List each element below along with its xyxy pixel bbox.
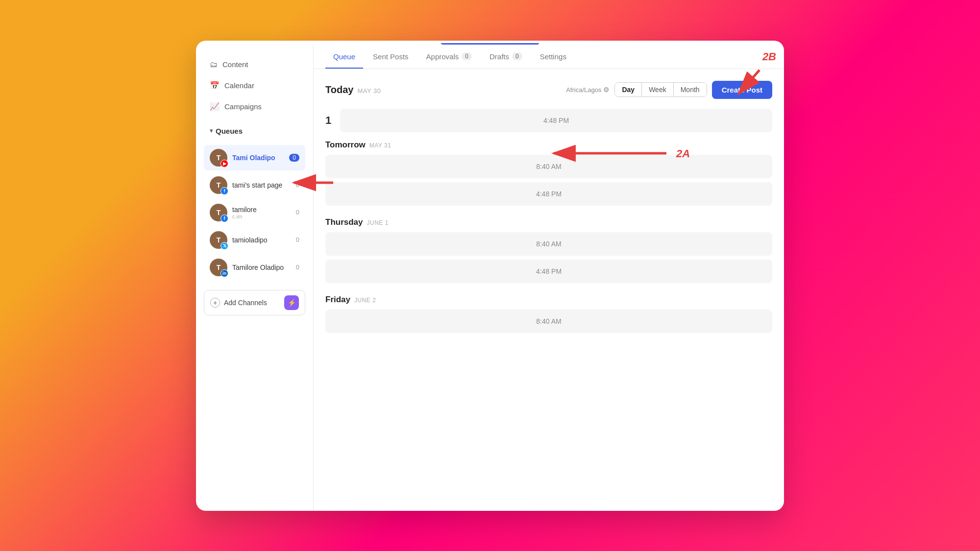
friday-label: Friday (325, 295, 350, 305)
sidebar-item-content[interactable]: 🗂 Content (204, 56, 305, 73)
tab-settings[interactable]: Settings (532, 45, 574, 69)
queue-item-sub-tamilore: c.im (232, 214, 287, 219)
calendar-icon: 📅 (210, 81, 220, 90)
drafts-badge: 0 (512, 52, 522, 60)
today-label: Today (325, 84, 353, 96)
tab-approvals[interactable]: Approvals 0 (418, 45, 480, 69)
tab-approvals-label: Approvals (426, 52, 459, 61)
tomorrow-header: Tomorrow MAY 31 (325, 140, 772, 150)
sidebar: 🗂 Content 📅 Calendar 📈 Campaigns ▾ Queue… (196, 45, 314, 511)
tabs-bar: Queue Sent Posts Approvals 0 Drafts 0 Se… (314, 45, 784, 69)
queue-item-tamilore[interactable]: T f tamilore c.im 0 (204, 200, 305, 225)
campaigns-icon: 📈 (210, 102, 220, 111)
tab-sent-posts[interactable]: Sent Posts (365, 45, 416, 69)
thursday-slot-1[interactable]: 8:40 AM (325, 232, 772, 256)
tab-settings-label: Settings (540, 52, 566, 61)
main-content: Queue Sent Posts Approvals 0 Drafts 0 Se… (314, 45, 784, 511)
queue-count-tamioladipo: 0 (292, 236, 299, 243)
friday-slot-1[interactable]: 8:40 AM (325, 310, 772, 333)
queue-count-start-page: 0 (292, 181, 299, 189)
tomorrow-slot-2[interactable]: 4:48 PM (325, 182, 772, 206)
day-section-tomorrow: Tomorrow MAY 31 8:40 AM 4:48 PM (325, 140, 772, 206)
queue-header: Today MAY 30 Africa/Lagos ⚙ Day Week Mon… (325, 81, 772, 99)
day-section-friday: Friday JUNE 2 8:40 AM (325, 295, 772, 333)
sidebar-item-calendar-label: Calendar (224, 81, 254, 90)
queue-item-tami-oladipo[interactable]: T ▶ Tami Oladipo 0 (204, 145, 305, 170)
tab-queue-label: Queue (333, 52, 355, 61)
thursday-header: Thursday JUNE 1 (325, 217, 772, 227)
thursday-date: JUNE 1 (367, 219, 389, 226)
today-date: MAY 30 (357, 87, 381, 95)
today-date-label: Today MAY 30 (325, 84, 381, 96)
queue-item-tamioladipo[interactable]: T 𝕏 tamioladipo 0 (204, 227, 305, 253)
annotation-2b: 2B (762, 50, 776, 63)
tab-drafts-label: Drafts (490, 52, 509, 61)
friday-header: Friday JUNE 2 (325, 295, 772, 305)
sidebar-item-campaigns-label: Campaigns (224, 102, 262, 111)
queue-item-tamilore-oladipo[interactable]: T in Tamilore Oladipo 0 (204, 255, 305, 280)
queue-count-tami: 0 (289, 154, 299, 162)
app-window: 🗂 Content 📅 Calendar 📈 Campaigns ▾ Queue… (196, 41, 784, 511)
view-day-button[interactable]: Day (615, 83, 642, 96)
avatar-wrap-tami: T ▶ (210, 149, 227, 167)
tomorrow-label: Tomorrow (325, 140, 366, 150)
plus-icon: + (210, 298, 220, 308)
sidebar-item-campaigns[interactable]: 📈 Campaigns (204, 98, 305, 115)
facebook-badge-2: f (220, 215, 228, 222)
view-toggle: Day Week Month (614, 82, 707, 97)
add-channels-left: + Add Channels (210, 298, 267, 308)
tomorrow-slot-1[interactable]: 8:40 AM (325, 155, 772, 178)
queues-label: Queues (216, 127, 243, 135)
today-time-slot[interactable]: 4:48 PM (340, 109, 772, 132)
timezone-label: Africa/Lagos ⚙ (566, 86, 610, 94)
queue-item-name-tamilore-oladipo: Tamilore Oladipo (232, 264, 287, 271)
sidebar-item-calendar[interactable]: 📅 Calendar (204, 77, 305, 94)
main-layout: 🗂 Content 📅 Calendar 📈 Campaigns ▾ Queue… (196, 45, 784, 511)
queue-content-area: Today MAY 30 Africa/Lagos ⚙ Day Week Mon… (314, 69, 784, 511)
queue-item-name-tamilore: tamilore (232, 206, 287, 214)
facebook-badge-1: f (220, 187, 228, 195)
approvals-badge: 0 (462, 52, 472, 60)
avatar-wrap-tamilore-oladipo: T in (210, 259, 227, 276)
tab-queue[interactable]: Queue (325, 45, 363, 69)
today-row: 1 4:48 PM (325, 109, 772, 132)
timezone-text: Africa/Lagos (566, 86, 601, 94)
add-channels-button[interactable]: + Add Channels ⚡ (204, 290, 305, 315)
queue-item-name-start-page: tami's start page (232, 181, 287, 189)
today-time: 4:48 PM (543, 117, 569, 124)
queue-count-tamilore: 0 (292, 209, 299, 216)
today-number: 1 (325, 114, 340, 127)
thursday-label: Thursday (325, 217, 363, 227)
gear-icon[interactable]: ⚙ (603, 86, 610, 94)
view-month-button[interactable]: Month (674, 83, 707, 96)
queue-item-name-tami: Tami Oladipo (232, 154, 284, 162)
create-post-button[interactable]: Create Post (712, 81, 772, 99)
queue-list: T ▶ Tami Oladipo 0 T f tami's start page… (204, 145, 305, 280)
day-section-thursday: Thursday JUNE 1 8:40 AM 4:48 PM (325, 217, 772, 283)
content-icon: 🗂 (210, 60, 218, 69)
add-channels-label: Add Channels (224, 299, 267, 307)
friday-date: JUNE 2 (354, 297, 376, 304)
queue-item-tamis-start-page[interactable]: T f tami's start page 0 (204, 172, 305, 198)
view-week-button[interactable]: Week (642, 83, 674, 96)
sidebar-item-content-label: Content (222, 60, 248, 69)
thursday-slot-2[interactable]: 4:48 PM (325, 260, 772, 283)
tomorrow-date: MAY 31 (369, 142, 392, 149)
queues-section[interactable]: ▾ Queues (204, 123, 305, 139)
avatar-wrap-start-page: T f (210, 176, 227, 194)
lightning-icon: ⚡ (284, 295, 299, 310)
tab-sent-posts-label: Sent Posts (373, 52, 409, 61)
tab-drafts[interactable]: Drafts 0 (482, 45, 530, 69)
view-controls: Africa/Lagos ⚙ Day Week Month Create Pos… (566, 81, 772, 99)
youtube-badge: ▶ (220, 160, 228, 168)
queue-item-name-tamioladipo: tamioladipo (232, 236, 287, 244)
top-bar (441, 41, 539, 45)
avatar-wrap-tamioladipo: T 𝕏 (210, 231, 227, 249)
chevron-down-icon: ▾ (210, 127, 213, 134)
queue-count-tamilore-oladipo: 0 (292, 264, 299, 271)
avatar-wrap-tamilore: T f (210, 204, 227, 221)
linkedin-badge: in (220, 269, 228, 277)
twitter-badge: 𝕏 (220, 242, 228, 250)
